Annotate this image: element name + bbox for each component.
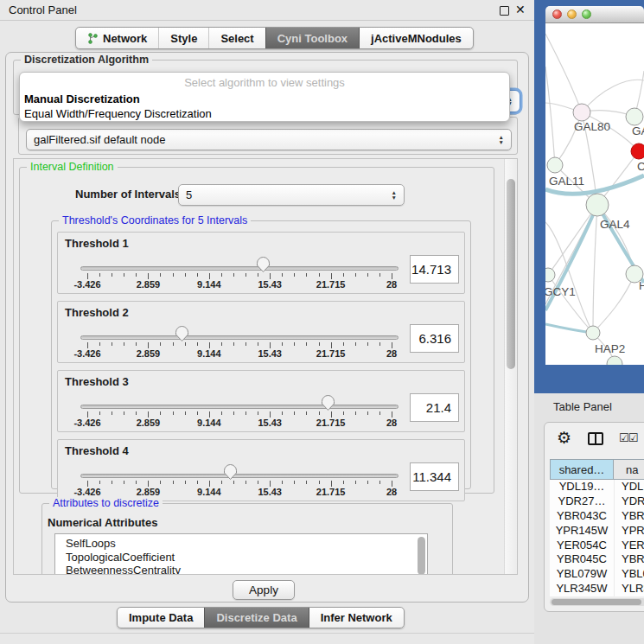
threshold-value-input[interactable]: 6.316 [410,324,459,353]
network-edge [545,34,582,112]
threshold-slider-thumb[interactable] [223,463,238,481]
dropdown-option-manual-discretization[interactable]: Manual Discretization [20,92,509,106]
slider-tick [306,481,307,484]
number-of-intervals-combo[interactable]: 5 ▲▼ [178,184,405,206]
slider-tick [173,481,174,484]
table-row[interactable]: YDR27…YDR2 [550,494,644,509]
slider-tick [319,481,320,484]
network-node[interactable] [607,356,622,365]
column-header-name[interactable]: na [614,459,644,480]
slider-tick [112,342,112,346]
table-hscrollbar-thumb[interactable] [552,599,641,605]
table-row[interactable]: YBR045CYBR0 [550,552,644,567]
slider-tick [343,481,344,484]
tab-jactivemnodules[interactable]: jActiveMNodules [359,28,473,48]
network-node[interactable] [586,194,609,216]
tab-network[interactable]: Network [76,28,158,48]
minimize-traffic-light[interactable] [567,10,577,19]
threshold-value-input[interactable]: 11.344 [410,462,459,491]
apply-button[interactable]: Apply [233,580,295,600]
slider-tick [209,342,210,348]
slider-tick [87,342,88,348]
table-data-combo[interactable]: galFiltered.sif default node ▲▼ [26,129,512,150]
network-canvas[interactable]: GAL80GACGAL11GAL4GCY1HHAP2 [545,23,644,365]
panel-scrollbar-track[interactable] [504,159,517,574]
group-title: Discretization Algorithm [21,54,152,66]
slider-tick-label: 9.144 [183,348,235,359]
network-node[interactable] [545,268,555,282]
tab-impute-data[interactable]: Impute Data [118,608,204,628]
network-node[interactable] [547,157,563,173]
threshold-slider-thumb[interactable] [175,325,189,342]
table-row[interactable]: YDL19…YDL1 [550,480,644,494]
float-icon[interactable] [500,6,509,16]
threshold-slider-track[interactable] [80,266,399,271]
table-row[interactable]: YLR345WYLR3 [550,582,644,596]
checkbox-icons[interactable]: ☑☑ [619,431,637,444]
table-row[interactable]: YER054CYER0 [550,539,644,553]
slider-tick [112,411,112,415]
table-row[interactable]: YBL079WYBL0 [550,567,644,582]
panel-scrollbar-thumb[interactable] [507,179,515,369]
threshold-value-input[interactable]: 14.713 [410,255,459,284]
network-window-titlebar[interactable] [545,6,644,23]
threshold-panel: Threshold 3-3.4262.8599.14415.4321.71528… [57,370,465,432]
slider-tick-label: -3.426 [61,348,113,359]
columns-icon[interactable] [588,432,603,445]
node-label: HAP2 [595,342,625,355]
table-row[interactable]: YBR043CYBR0 [550,509,644,524]
slider-tick [87,411,88,418]
threshold-slider-thumb[interactable] [256,256,271,273]
node-label: C [637,160,644,173]
threshold-slider-track[interactable] [80,335,399,340]
table-hscrollbar-track[interactable] [550,598,644,606]
number-of-intervals-value: 5 [186,188,192,201]
slider-tick [392,342,392,348]
slider-tick [160,481,161,484]
slider-tick [112,481,112,484]
slider-tick [197,342,198,346]
threshold-panel: Threshold 1-3.4262.8599.14415.4321.71528… [57,232,465,294]
table-panel-title: Table Panel [553,400,612,413]
settings-scroll-area: Interval Definition Number of Intervals … [13,158,518,575]
table-row[interactable]: YPR145WYPR1 [550,524,644,539]
attribute-item[interactable]: TopologicalCoefficient [55,551,427,564]
slider-tick [258,273,258,277]
column-header-shared-name[interactable]: shared… [550,459,614,480]
slider-tick [392,481,392,487]
tab-select[interactable]: Select [208,28,265,48]
control-panel-title: Control Panel [9,3,77,16]
tab-style[interactable]: Style [158,28,208,48]
group-title: Threshold's Coordinates for 5 Intervals [59,214,251,226]
network-node[interactable] [586,326,600,340]
threshold-slider-thumb[interactable] [321,394,335,411]
slider-tick-label: 21.715 [305,279,357,290]
dropdown-option-equal-width-frequency-discretization[interactable]: Equal Width/Frequency Discretization [20,106,509,121]
close-icon[interactable]: ✕ [515,3,526,16]
threshold-label: Threshold 4 [65,444,129,457]
zoom-traffic-light[interactable] [582,10,591,19]
slider-tick [343,273,344,277]
slider-tick-label: 15.43 [244,487,296,497]
slider-tick-label: 15.43 [244,279,296,290]
network-edge [545,67,555,165]
attribute-item[interactable]: SelfLoops [55,537,427,551]
threshold-value-input[interactable]: 21.4 [410,393,459,422]
close-traffic-light[interactable] [552,10,562,19]
slider-tick [282,342,283,346]
attribute-item[interactable]: BetweennessCentrality [55,564,427,575]
tab-infer-network[interactable]: Infer Network [309,608,404,628]
slider-tick [221,481,222,484]
tab-cyni-toolbox[interactable]: Cyni Toolbox [265,28,359,48]
tab-discretize-data[interactable]: Discretize Data [204,608,308,628]
network-node[interactable] [626,108,643,125]
threshold-slider-track[interactable] [80,405,399,409]
network-node[interactable] [631,143,644,159]
threshold-slider-track[interactable] [80,474,399,478]
network-edge [548,205,597,275]
list-scrollbar-thumb[interactable] [418,537,425,575]
network-node[interactable] [573,104,590,121]
numerical-attributes-list: SelfLoopsTopologicalCoefficientBetweenne… [54,533,428,575]
gear-icon[interactable]: ⚙ [557,430,571,447]
number-of-intervals-label: Number of Intervals [75,188,181,201]
